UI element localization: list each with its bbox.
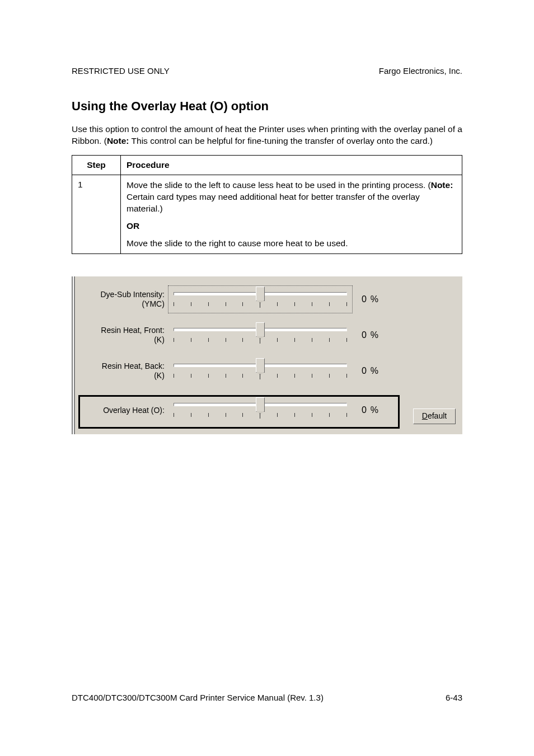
value-unit: % bbox=[371, 330, 379, 340]
header-row: RESTRICTED USE ONLY Fargo Electronics, I… bbox=[72, 66, 462, 76]
default-button[interactable]: Default bbox=[413, 408, 456, 424]
proc-p1-suffix: Certain card types may need additional h… bbox=[127, 192, 420, 213]
step-number: 1 bbox=[72, 175, 121, 254]
slider-label-overlay: Overlay Heat (O): bbox=[82, 406, 169, 416]
footer-row: DTC400/DTC300/DTC300M Card Printer Servi… bbox=[72, 693, 462, 702]
proc-p1-prefix: Move the slide to the left to cause less… bbox=[127, 180, 431, 190]
value-unit: % bbox=[371, 405, 379, 415]
page-title: Using the Overlay Heat (O) option bbox=[72, 99, 462, 114]
slider-label-line2: (K) bbox=[82, 335, 165, 345]
col-step-header: Step bbox=[72, 155, 121, 175]
slider-value-resin-front: 0% bbox=[352, 330, 395, 340]
slider-label-resin-front: Resin Heat, Front: (K) bbox=[82, 326, 169, 345]
slider-thumb[interactable] bbox=[256, 322, 265, 337]
intro-note-label: Note: bbox=[107, 136, 129, 145]
default-rest: efault bbox=[428, 411, 447, 420]
procedure-table: Step Procedure 1 Move the slide to the l… bbox=[72, 155, 462, 255]
slider-row-dyesub: Dye-Sub Intensity: (YMC) 0% bbox=[82, 287, 456, 312]
settings-panel-wrap: Dye-Sub Intensity: (YMC) 0% bbox=[72, 276, 462, 434]
value-unit: % bbox=[371, 294, 379, 304]
slider-dyesub[interactable] bbox=[169, 287, 352, 312]
header-right: Fargo Electronics, Inc. bbox=[379, 66, 462, 76]
slider-row-overlay: Overlay Heat (O): 0% bbox=[82, 394, 456, 428]
intro-paragraph: Use this option to control the amount of… bbox=[72, 124, 462, 147]
slider-value-dyesub: 0% bbox=[352, 294, 395, 304]
value-number: 0 bbox=[362, 405, 367, 415]
default-mnemonic: D bbox=[422, 411, 428, 420]
slider-thumb[interactable] bbox=[256, 397, 265, 412]
slider-value-overlay: 0% bbox=[352, 405, 395, 415]
page: RESTRICTED USE ONLY Fargo Electronics, I… bbox=[0, 0, 534, 756]
slider-label-line1: Resin Heat, Back: bbox=[102, 361, 165, 370]
header-left: RESTRICTED USE ONLY bbox=[72, 66, 170, 76]
value-number: 0 bbox=[362, 294, 367, 304]
slider-label-line1: Resin Heat, Front: bbox=[101, 326, 165, 335]
value-number: 0 bbox=[362, 330, 367, 340]
slider-ticks bbox=[174, 413, 347, 417]
proc-or: OR bbox=[127, 220, 456, 232]
slider-label-line2: (YMC) bbox=[82, 299, 165, 309]
slider-ticks bbox=[174, 302, 347, 307]
footer-left: DTC400/DTC300/DTC300M Card Printer Servi… bbox=[72, 693, 324, 702]
slider-label-line2: (K) bbox=[82, 371, 165, 381]
slider-label-line1: Overlay Heat (O): bbox=[103, 406, 165, 415]
value-unit: % bbox=[371, 366, 379, 375]
value-number: 0 bbox=[362, 366, 367, 375]
slider-overlay[interactable] bbox=[169, 397, 352, 423]
slider-value-resin-back: 0% bbox=[352, 366, 395, 376]
slider-label-resin-back: Resin Heat, Back: (K) bbox=[82, 361, 169, 381]
slider-ticks bbox=[174, 338, 347, 342]
settings-panel: Dye-Sub Intensity: (YMC) 0% bbox=[75, 276, 462, 434]
procedure-cell: Move the slide to the left to cause less… bbox=[121, 175, 462, 254]
proc-p2: Move the slide to the right to cause mor… bbox=[127, 238, 456, 250]
intro-suffix: This control can be helpful for fine-tun… bbox=[129, 136, 433, 145]
slider-row-resin-back: Resin Heat, Back: (K) 0% bbox=[82, 358, 456, 384]
slider-ticks bbox=[174, 374, 347, 378]
proc-p1-note-label: Note: bbox=[431, 180, 453, 190]
slider-resin-front[interactable] bbox=[169, 322, 352, 348]
footer-right: 6-43 bbox=[446, 693, 462, 702]
slider-resin-back[interactable] bbox=[169, 358, 352, 384]
slider-label-line1: Dye-Sub Intensity: bbox=[100, 290, 164, 299]
slider-row-resin-front: Resin Heat, Front: (K) 0% bbox=[82, 322, 456, 348]
slider-label-dyesub: Dye-Sub Intensity: (YMC) bbox=[82, 290, 169, 309]
table-row: 1 Move the slide to the left to cause le… bbox=[72, 175, 462, 254]
col-procedure-header: Procedure bbox=[121, 155, 462, 175]
slider-thumb[interactable] bbox=[256, 358, 265, 373]
slider-thumb[interactable] bbox=[256, 287, 265, 301]
